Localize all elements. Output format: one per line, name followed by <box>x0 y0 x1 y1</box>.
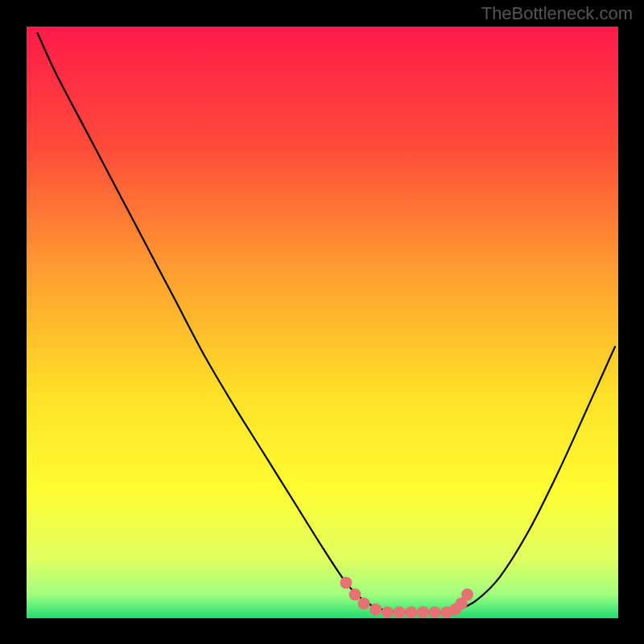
data-marker <box>394 606 406 618</box>
data-marker <box>357 597 369 609</box>
data-marker <box>429 606 441 618</box>
data-marker <box>417 606 429 618</box>
chart-container: TheBottleneck.com <box>0 0 644 644</box>
data-marker <box>382 606 394 618</box>
chart-svg <box>27 27 618 618</box>
data-marker <box>405 606 417 618</box>
data-marker <box>461 588 473 601</box>
plot-area <box>27 27 618 618</box>
data-marker <box>340 576 352 588</box>
data-marker <box>369 603 382 615</box>
data-marker <box>349 588 361 601</box>
watermark-text: TheBottleneck.com <box>481 3 633 24</box>
